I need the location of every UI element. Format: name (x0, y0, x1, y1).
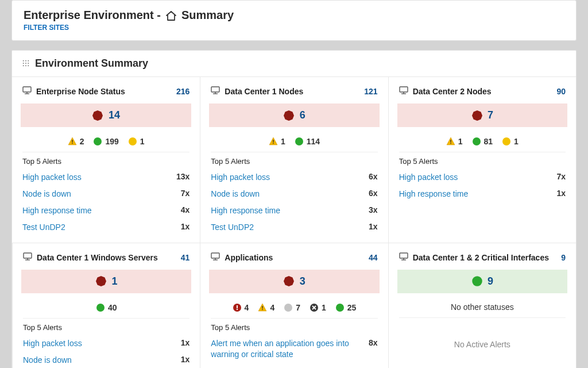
primary-status-bar[interactable]: 3 (209, 270, 379, 293)
panel-title: Environment Summary (35, 57, 148, 70)
card-title: Data Center 2 Nodes (413, 87, 552, 96)
card-title: Enterprise Node Status (36, 87, 172, 96)
primary-status-bar[interactable]: 7 (397, 103, 567, 127)
monitor-icon (211, 252, 220, 263)
status-sub-row: 1 114 (211, 132, 377, 152)
card-header: Data Center 1 Windows Servers 41 (23, 252, 189, 263)
status-sub-item[interactable]: 1 (269, 136, 285, 146)
card-total[interactable]: 121 (364, 87, 377, 96)
status-sub-count: 4 (245, 303, 249, 312)
status-sub-item[interactable]: 81 (472, 136, 493, 146)
card-total[interactable]: 9 (561, 253, 566, 262)
primary-status-bar[interactable]: 14 (21, 103, 191, 127)
alert-count: 1x (556, 189, 566, 198)
status-sub-count: 4 (270, 303, 274, 312)
status-sub-count: 1 (514, 137, 519, 146)
panel-header[interactable]: Environment Summary (12, 51, 576, 76)
primary-status-bar[interactable]: 9 (397, 270, 567, 293)
alert-link[interactable]: High packet loss (399, 172, 550, 183)
page-header: Enterprise Environment - Summary FILTER … (11, 0, 577, 41)
card-total[interactable]: 44 (369, 253, 378, 262)
alert-link[interactable]: High response time (211, 205, 362, 216)
card-total[interactable]: 41 (181, 253, 190, 262)
status-sub-item[interactable]: 114 (295, 136, 320, 146)
status-sub-item[interactable]: 1 (446, 136, 463, 146)
card-total[interactable]: 216 (176, 87, 189, 96)
no-active-alerts: No Active Alerts (399, 323, 566, 366)
drag-handle-icon[interactable] (22, 59, 29, 68)
alert-link[interactable]: High packet loss (22, 172, 169, 183)
status-sub-item[interactable]: 2 (68, 136, 84, 146)
status-sub-item[interactable]: 7 (284, 302, 300, 312)
warning-icon (68, 136, 77, 146)
status-sub-item[interactable]: 4 (258, 302, 274, 312)
alert-row: Node is down 1x (23, 352, 189, 368)
status-sub-item[interactable]: 4 (233, 302, 249, 312)
primary-status-bar[interactable]: 6 (209, 103, 379, 127)
primary-status-icon (471, 110, 483, 120)
card-title: Data Center 1 Nodes (225, 87, 359, 96)
cards-grid: Enterprise Node Status 216 14 2 199 1 To… (12, 76, 576, 368)
alert-link[interactable]: Alert me when an application goes into w… (211, 338, 362, 360)
status-sub-item[interactable]: 1 (502, 136, 519, 146)
alert-link[interactable]: High response time (22, 205, 174, 216)
monitor-icon (23, 252, 32, 263)
card-header: Data Center 1 Nodes 121 (211, 86, 377, 97)
top-alerts-label: Top 5 Alerts (211, 323, 377, 332)
status-sub-item[interactable]: 25 (335, 302, 357, 312)
top-alerts-label: Top 5 Alerts (211, 157, 377, 166)
status-sub-item[interactable]: 40 (96, 302, 117, 312)
primary-status-count: 9 (488, 275, 493, 287)
alert-link[interactable]: Node is down (23, 355, 174, 366)
warning-icon (269, 136, 278, 146)
alert-count: 6x (369, 189, 378, 198)
status-sub-row: 1 81 1 (399, 132, 566, 152)
alert-link[interactable]: Node is down (211, 189, 362, 200)
monitor-icon (399, 252, 408, 263)
primary-status-icon (283, 276, 295, 286)
card-header: Enterprise Node Status 216 (22, 86, 189, 97)
critical-small-icon (233, 302, 242, 312)
ok-icon (93, 136, 102, 146)
alert-link[interactable]: High packet loss (211, 172, 362, 183)
alert-count: 1x (181, 338, 190, 347)
status-sub-count: 114 (307, 137, 320, 146)
primary-status-bar[interactable]: 1 (21, 270, 191, 293)
alert-link[interactable]: High response time (399, 189, 550, 200)
alert-count: 8x (369, 338, 378, 347)
alert-row: High response time 3x (211, 202, 377, 219)
alert-row: High packet loss 7x (399, 169, 566, 186)
alert-link[interactable]: Node is down (22, 189, 174, 200)
card-total[interactable]: 90 (556, 87, 566, 96)
primary-status-count: 1 (111, 275, 117, 287)
alert-row: High response time 1x (399, 186, 566, 202)
top-alerts-label: Top 5 Alerts (399, 157, 566, 166)
alert-row: High response time 4x (22, 202, 189, 219)
status-sub-count: 7 (296, 303, 300, 312)
status-sub-count: 1 (458, 137, 463, 146)
monitor-icon (22, 86, 32, 97)
top-alerts-label: Top 5 Alerts (22, 157, 189, 166)
status-sub-item[interactable]: 199 (93, 136, 118, 146)
ok-icon (96, 302, 105, 312)
alert-link[interactable]: Test UnDP2 (211, 222, 362, 233)
alert-link[interactable]: Test UnDP2 (22, 222, 174, 233)
status-card: Data Center 1 Nodes 121 6 1 114 Top 5 Al… (200, 76, 388, 243)
alert-count: 1x (181, 222, 190, 231)
card-header: Data Center 2 Nodes 90 (399, 86, 566, 97)
alert-count: 7x (181, 189, 190, 198)
warning-icon (258, 302, 267, 312)
filter-sites-link[interactable]: FILTER SITES (24, 24, 69, 32)
status-sub-item[interactable]: 1 (128, 136, 145, 146)
alert-link[interactable]: High packet loss (23, 338, 174, 349)
title-post: Summary (181, 9, 234, 22)
status-sub-count: 1 (140, 137, 145, 146)
title-pre: Enterprise Environment - (24, 9, 161, 22)
alert-row: High packet loss 13x (22, 169, 189, 186)
card-title: Applications (225, 253, 364, 262)
primary-status-icon (283, 110, 295, 120)
alert-count: 4x (181, 205, 190, 214)
status-sub-item[interactable]: 1 (310, 302, 326, 312)
alert-row: Node is down 6x (211, 186, 377, 202)
primary-status-count: 3 (300, 275, 305, 287)
